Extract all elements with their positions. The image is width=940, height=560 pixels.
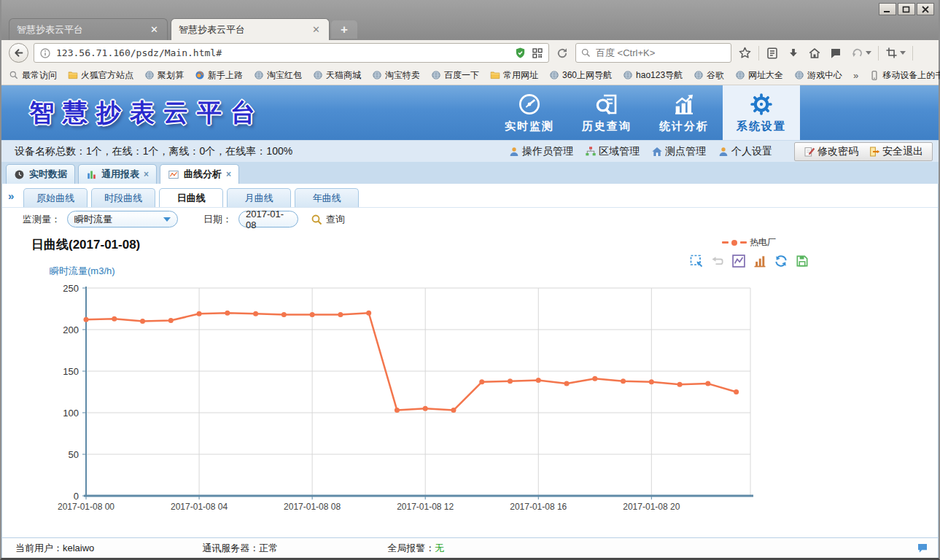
bookmark-item[interactable]: 网址大全 [735, 69, 783, 82]
mobile-bookmarks-button[interactable]: 移动设备上的书签 [869, 69, 940, 82]
curve-tab-period[interactable]: 时段曲线 [91, 188, 155, 207]
curve-tab-daily[interactable]: 日曲线 [159, 188, 223, 207]
management-links: 操作员管理 区域管理 测点管理 个人设置 修改密码 安全退出 [508, 142, 933, 161]
bookmark-item[interactable]: 360上网导航 [549, 69, 612, 82]
url-bar[interactable]: 123.56.71.160/psdz/Main.html# [34, 43, 549, 63]
chevron-down-icon[interactable] [866, 51, 871, 55]
info-icon[interactable] [39, 47, 51, 59]
legend-item[interactable]: 热电厂 [722, 236, 776, 249]
collapse-button[interactable]: » [8, 190, 14, 202]
toolbox-save-image-button[interactable] [795, 254, 809, 268]
bookmark-item[interactable]: 新手上路 [195, 69, 243, 82]
qr-code-icon[interactable] [532, 47, 543, 59]
toolbox-line-chart-button[interactable] [731, 254, 746, 268]
close-button[interactable] [917, 3, 934, 15]
svg-text:2017-01-08 00: 2017-01-08 00 [58, 502, 114, 512]
gear-icon [750, 93, 773, 116]
toolbox-zoom-button[interactable] [689, 254, 704, 268]
toolbox-zoom-reset-button[interactable] [710, 254, 725, 268]
minimize-button[interactable] [879, 3, 896, 15]
bookmark-item[interactable]: 火狐官方站点 [68, 69, 133, 82]
curve-chart-icon [168, 169, 179, 180]
nav-item-history-query[interactable]: 历史查询 [568, 85, 645, 140]
window-titlebar[interactable]: 智慧抄表云平台 ✕ 智慧抄表云平台 ✕ + [1, 0, 939, 40]
nav-label: 统计分析 [659, 120, 709, 133]
messenger-button[interactable] [828, 45, 844, 61]
curve-tab-original[interactable]: 原始曲线 [23, 188, 88, 207]
curve-chart[interactable]: 0501001502002502017-01-08 002017-01-08 0… [31, 279, 753, 516]
new-tab-button[interactable]: + [331, 20, 357, 39]
date-input[interactable]: 2017-01-08 [238, 211, 298, 228]
search-input[interactable] [596, 47, 726, 58]
bookmark-item[interactable]: hao123导航 [623, 69, 683, 82]
tab-close-icon[interactable]: × [144, 169, 149, 179]
curve-tab-yearly[interactable]: 年曲线 [295, 188, 359, 207]
globe-icon [694, 70, 704, 80]
library-button[interactable] [764, 45, 780, 61]
query-button[interactable]: 查询 [311, 213, 345, 226]
tab-curve-analysis[interactable]: 曲线分析 × [160, 164, 239, 184]
tab-realtime-data[interactable]: 实时数据 [6, 164, 75, 184]
nav-item-system-settings[interactable]: 系统设置 [723, 85, 800, 140]
content-panel: » 原始曲线 时段曲线 日曲线 月曲线 年曲线 监测量： 瞬时流量 日期： 20… [1, 184, 939, 558]
maximize-button[interactable] [898, 3, 915, 15]
svg-text:150: 150 [63, 366, 79, 377]
bookmark-item[interactable]: 谷歌 [694, 69, 724, 82]
globe-icon [735, 70, 745, 80]
bookmark-item[interactable]: 淘宝特卖 [372, 69, 420, 82]
clock-icon [14, 169, 25, 180]
chat-bubble-icon[interactable] [916, 542, 929, 555]
bookmark-item[interactable]: 淘宝红包 [254, 69, 302, 82]
downloads-button[interactable] [785, 45, 801, 61]
clip-button[interactable] [884, 45, 907, 61]
bookmark-item[interactable]: 最常访问 [9, 69, 57, 82]
search-box[interactable] [575, 43, 731, 63]
chart-controls: 热电厂 [686, 236, 812, 268]
tab-close-icon[interactable]: × [226, 169, 231, 179]
legend-label: 热电厂 [750, 236, 776, 249]
home-button[interactable] [807, 45, 823, 61]
bookmark-label: 游戏中心 [807, 69, 842, 82]
bookmark-label: 聚划算 [158, 69, 184, 82]
bookmark-label: 百度一下 [444, 69, 479, 82]
back-button[interactable] [9, 43, 28, 63]
bookmark-star-button[interactable] [737, 44, 753, 61]
link-personal-settings[interactable]: 个人设置 [718, 145, 772, 158]
browser-window: 智慧抄表云平台 ✕ 智慧抄表云平台 ✕ + 123.56.71.160/psdz… [0, 0, 940, 560]
toolbox-bar-chart-button[interactable] [753, 254, 767, 268]
tab-general-report[interactable]: 通用报表 × [78, 164, 157, 184]
account-actions: 修改密码 安全退出 [794, 142, 933, 161]
link-operator-mgmt[interactable]: 操作员管理 [508, 145, 573, 158]
tab-close-icon[interactable]: ✕ [149, 24, 160, 35]
bookmark-item[interactable]: 游戏中心 [794, 69, 842, 82]
monitor-value: 瞬时流量 [74, 213, 112, 226]
logout-button[interactable]: 安全退出 [869, 145, 923, 158]
person-icon [718, 146, 729, 158]
sitemap-icon [585, 146, 597, 158]
monitor-select[interactable]: 瞬时流量 [67, 211, 178, 228]
toolbox-restore-button[interactable] [774, 254, 788, 268]
shield-icon[interactable] [514, 47, 527, 59]
link-point-mgmt[interactable]: 测点管理 [651, 145, 706, 158]
svg-text:0: 0 [74, 491, 79, 502]
browser-tab-2[interactable]: 智慧抄表云平台 ✕ [171, 18, 330, 40]
nav-item-stats-analysis[interactable]: 统计分析 [645, 85, 723, 140]
link-area-mgmt[interactable]: 区域管理 [585, 145, 640, 158]
chevron-down-icon[interactable] [900, 51, 906, 55]
change-password-button[interactable]: 修改密码 [804, 145, 858, 158]
bookmark-item[interactable]: 天猫商城 [313, 69, 361, 82]
bookmark-item[interactable]: 百度一下 [431, 69, 479, 82]
bookmark-item[interactable]: 聚划算 [144, 69, 184, 82]
menu-button[interactable] [918, 48, 931, 58]
tab-close-icon[interactable]: ✕ [311, 24, 322, 35]
status-subheader: 设备名称总数：1个，在线：1个，离线：0个，在线率：100% 操作员管理 区域管… [1, 140, 939, 162]
undo-button[interactable] [849, 45, 873, 61]
nav-item-realtime-monitor[interactable]: 实时监测 [491, 85, 568, 140]
refresh-button[interactable] [554, 45, 570, 61]
current-user: 当前用户：kelaiwo [15, 542, 94, 555]
bookmarks-overflow-button[interactable]: » [853, 70, 858, 81]
bookmark-item[interactable]: 常用网址 [490, 69, 538, 82]
browser-tab-1[interactable]: 智慧抄表云平台 ✕ [9, 18, 168, 40]
curve-tab-monthly[interactable]: 月曲线 [227, 188, 291, 207]
url-field[interactable]: 123.56.71.160/psdz/Main.html# [56, 47, 509, 58]
